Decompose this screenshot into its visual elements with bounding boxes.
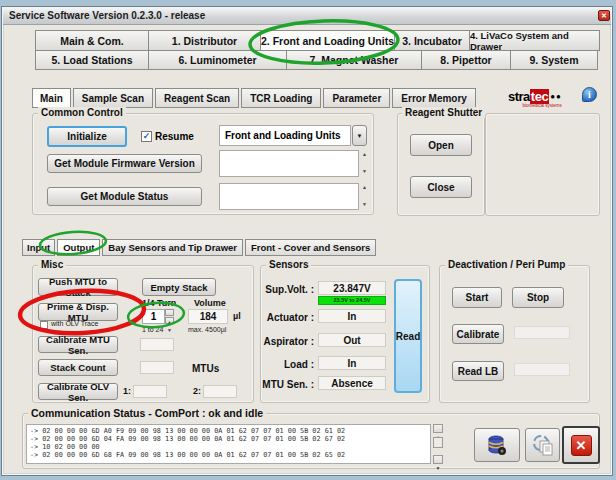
stack-count-field — [140, 361, 174, 374]
status-scroll-up-icon[interactable]: ▲ — [362, 185, 367, 190]
sensor-label-actuator: Actuator : — [260, 312, 314, 323]
info-icon[interactable]: i — [582, 87, 597, 102]
io-tab-row: Input Output Bay Sensors and Tip Drawer … — [22, 239, 376, 256]
titlebar[interactable]: Service Software Version 0.2.3.0 - relea… — [3, 8, 611, 25]
resume-label: Resume — [155, 131, 194, 142]
log-scroll-thumb[interactable] — [433, 437, 443, 448]
prime-and-disp-mtu-button[interactable]: Prime & Disp. MTU — [38, 303, 118, 321]
tab-distributor[interactable]: 1. Distributor — [148, 30, 261, 51]
quarter-turn-label: 1/4 Turn — [142, 298, 176, 308]
read-lb-field — [514, 363, 570, 376]
subtab-main[interactable]: Main — [32, 88, 71, 108]
tab-front-and-loading-units[interactable]: 2. Front and Loading Units — [260, 30, 395, 51]
io-tab-output[interactable]: Output — [57, 239, 100, 256]
module-status-field — [219, 183, 359, 210]
peri-pump-calibrate-field — [514, 326, 570, 339]
initialize-button[interactable]: Initialize — [47, 126, 127, 147]
sensor-value-actuator: In — [318, 309, 386, 323]
firmware-version-field — [219, 150, 359, 177]
status-scroll-down-icon[interactable]: ▼ — [362, 202, 367, 207]
resume-checkbox[interactable]: ✓ — [141, 131, 152, 142]
spin-down-icon[interactable]: ▼ — [165, 317, 174, 324]
volume-label: Volume — [194, 298, 226, 308]
deactivation-label: Deactivation / Peri Pump — [445, 259, 568, 270]
module-select[interactable]: Front and Loading Units — [219, 125, 351, 146]
tab-livaco-system-and-drawer[interactable]: 4. LiVaCo System and Drawer — [469, 30, 600, 51]
get-module-status-button[interactable]: Get Module Status — [47, 187, 202, 206]
volume-field[interactable]: 184 — [188, 309, 228, 324]
read-lb-button[interactable]: Read LB — [452, 361, 504, 381]
calibrate-mtu-sen-button[interactable]: Calibrate MTU Sen. — [38, 336, 118, 353]
brand-logo: stratec●● biomedical systems — [508, 89, 562, 108]
push-mtu-to-stack-button[interactable]: Push MTU to Stack — [38, 278, 118, 296]
calibrate-olv-sen-button[interactable]: Calibrate OLV Sen. — [38, 383, 118, 400]
comm-log[interactable]: -> 02 00 00 00 6D A0 F9 09 00 98 13 00 0… — [26, 424, 431, 464]
shutter-open-button[interactable]: Open — [410, 134, 472, 156]
common-control-label: Common Control — [38, 107, 126, 118]
get-module-firmware-version-button[interactable]: Get Module Firmware Version — [47, 154, 202, 173]
subtab-parameter[interactable]: Parameter — [323, 88, 390, 108]
voltage-range-bar: 23.5V to 24.5V — [318, 296, 386, 305]
firmware-scroll-down-icon[interactable]: ▼ — [362, 169, 367, 174]
tab-load-stations[interactable]: 5. Load Stations — [35, 50, 149, 70]
log-scroll-down-icon[interactable]: ▼ — [433, 455, 443, 464]
olv-trace-label: with OLV Trace — [51, 320, 98, 327]
quarter-turn-spin-buttons: ▲ ▼ — [165, 309, 174, 324]
spin-down-glyph: ▼ — [167, 327, 172, 333]
sensors-label: Sensors — [266, 259, 311, 270]
database-icon — [486, 434, 508, 456]
io-tab-input[interactable]: Input — [22, 239, 55, 256]
sensor-value-mtu-sen: Absence — [318, 376, 386, 390]
spin-up-icon[interactable]: ▲ — [165, 309, 174, 316]
close-icon[interactable]: ✕ — [598, 10, 610, 21]
subtab-error-memory[interactable]: Error Memory — [392, 88, 476, 108]
exit-button[interactable]: ✕ — [562, 426, 600, 464]
peri-pump-calibrate-button[interactable]: Calibrate — [452, 324, 504, 344]
copy-log-button[interactable] — [525, 428, 560, 462]
main-tab-row-1: Main & Com. 1. Distributor 2. Front and … — [35, 30, 602, 51]
log-line: -> 02 00 00 00 6D 04 FA 09 00 98 13 00 0… — [30, 435, 427, 443]
tab-pipettor[interactable]: 8. Pipettor — [421, 50, 511, 70]
calibrate-mtu-field — [140, 338, 174, 351]
save-to-database-button[interactable] — [474, 428, 520, 462]
shutter-close-button[interactable]: Close — [410, 176, 472, 198]
tab-luminometer[interactable]: 6. Luminometer — [148, 50, 287, 70]
peri-pump-stop-button[interactable]: Stop — [512, 287, 564, 308]
empty-stack-button[interactable]: Empty Stack — [142, 278, 216, 296]
subtab-tcr-loading[interactable]: TCR Loading — [241, 88, 321, 108]
reagent-shutter-group — [397, 113, 485, 216]
empty-side-panel — [485, 113, 600, 216]
quarter-turn-stepper[interactable]: 1 — [142, 309, 165, 324]
volume-max: max. 4500µl — [188, 326, 226, 333]
peri-pump-start-button[interactable]: Start — [452, 287, 502, 308]
stack-count-button[interactable]: Stack Count — [38, 359, 118, 376]
tab-incubator[interactable]: 3. Incubator — [394, 30, 470, 51]
tab-system[interactable]: 9. System — [510, 50, 598, 70]
main-tab-row-2: 5. Load Stations 6. Luminometer 7. Magne… — [35, 50, 602, 70]
sensor-label-supvolt: Sup.Volt. : — [260, 284, 314, 295]
olv1-label: 1: — [123, 386, 131, 396]
exit-x-icon: ✕ — [571, 435, 592, 456]
subtab-sample-scan[interactable]: Sample Scan — [73, 88, 153, 108]
sensors-read-button[interactable]: Read — [394, 279, 422, 393]
io-tab-bay-sensors-and-tip-drawer[interactable]: Bay Sensors and Tip Drawer — [102, 239, 243, 256]
firmware-scroll-up-icon[interactable]: ▲ — [362, 152, 367, 157]
sensor-value-load: In — [318, 356, 386, 370]
log-scroll-up-icon[interactable]: ▲ — [433, 424, 443, 433]
log-line: -> 02 00 00 00 6D A0 F9 09 00 98 13 00 0… — [30, 427, 427, 435]
sensor-label-aspirator: Aspirator : — [260, 336, 314, 347]
olv-trace-checkbox[interactable] — [40, 321, 48, 329]
module-select-dropdown-icon[interactable]: ▼ — [352, 125, 367, 146]
sensor-value-aspirator: Out — [318, 333, 386, 347]
tab-main-and-com[interactable]: Main & Com. — [35, 30, 149, 51]
misc-label: Misc — [38, 259, 66, 270]
io-tab-front-cover-and-sensors[interactable]: Front - Cover and Sensors — [245, 239, 376, 256]
logo-text-black: stra — [508, 89, 530, 104]
volume-unit: µl — [233, 311, 241, 321]
app-window: Service Software Version 0.2.3.0 - relea… — [1, 6, 613, 476]
comm-status-title: Communication Status - ComPort : ok and … — [28, 407, 266, 419]
subtab-reagent-scan[interactable]: Reagent Scan — [155, 88, 239, 108]
tab-magnet-washer[interactable]: 7. Magnet Washer — [286, 50, 422, 70]
logo-text-red: tec — [530, 89, 549, 104]
log-scroll-down-glyph: ▼ — [436, 465, 441, 471]
